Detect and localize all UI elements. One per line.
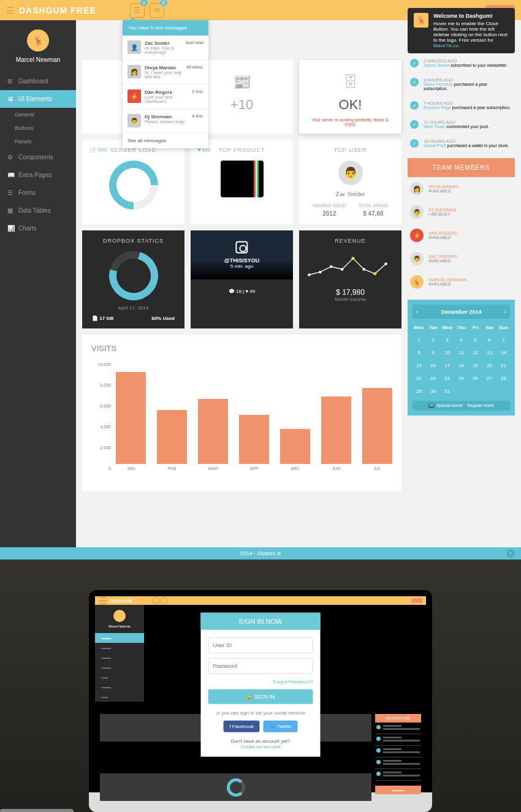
legend-regular: Regular event [467,403,494,408]
calendar-day[interactable]: 17 [441,360,454,371]
nav-panels[interactable]: Panels [0,135,76,148]
team-member[interactable]: 👩DIVYA MANIANAVAILABLE [408,177,515,200]
calendar-day[interactable]: 12 [469,347,482,359]
top-user-card: TOP USER 👨 Zac Snider MEMBER SINCE2012 T… [299,140,401,224]
team-member[interactable]: 👨DJ SHERMANI AM BUSY [408,200,515,224]
calendar-day[interactable]: 25 [455,373,468,384]
calendar-day[interactable]: 23 [427,373,439,384]
visits-bar [198,399,228,464]
calendar-next[interactable]: › [504,308,506,315]
calendar-day[interactable]: 31 [441,385,454,397]
svg-point-4 [351,257,354,260]
server-card: 🗄 OK! Your server is working perfectly. … [299,60,401,134]
create-account-link[interactable]: Create an account [208,744,313,749]
signin-button[interactable]: 🔒 SIGN IN [208,689,313,704]
calendar-day[interactable]: 19 [469,360,482,371]
calendar-day[interactable]: 7 [497,334,510,346]
calendar-day[interactable]: 3 [441,334,454,346]
nav-dashboard[interactable]: ⊞Dashboard [0,72,76,90]
calendar-day[interactable]: 18 [455,360,468,371]
calendar-prev[interactable]: ‹ [416,308,418,315]
facebook-button[interactable]: f Facebook [223,721,260,732]
notification-item[interactable]: ✓3 HOURS AGODiana Kennedy purchased a ye… [408,73,515,96]
tasks-badge: 4 [140,0,148,6]
calendar-day[interactable]: 2 [427,334,439,346]
message-item[interactable]: 👩 Divya ManianHi, I need your help with … [123,60,208,85]
message-item[interactable]: ⚡ Dan RogersLove your new Dashboard. 2 h… [123,85,208,109]
calendar-day[interactable]: 28 [497,373,510,384]
visits-chart-card: VISITS 10.0008.0006.0004.0002.0000 JANFE… [82,335,401,491]
calendar-day[interactable]: 21 [497,360,510,371]
calendar-day[interactable]: 15 [413,360,425,371]
nav-forms[interactable]: ☰Forms [0,184,76,202]
calendar-day[interactable]: 11 [455,347,468,359]
message-avatar: 👤 [127,40,141,54]
calendar-day[interactable]: 30 [427,385,439,397]
calendar-day[interactable]: 24 [441,373,454,384]
calendar-day[interactable]: 4 [455,334,468,346]
nav-buttons[interactable]: Buttons [0,121,76,135]
team-member[interactable]: 🦌Marcel NewmanAVAILABLE [408,270,515,294]
menu-toggle-icon[interactable]: ☰ [6,6,14,15]
messages-badge: 5 [160,0,167,6]
notification-item[interactable]: ✓7 HOURS AGOBrandon Page purchased a yea… [408,96,515,115]
nav-components[interactable]: ⚙Components [0,148,76,166]
instagram-icon [235,241,248,254]
svg-point-7 [384,262,387,265]
chart-icon: 📊 [7,225,13,232]
check-icon: ✓ [410,101,419,110]
calendar-day[interactable]: 16 [427,360,439,371]
legend-special: 00Special event [428,403,462,408]
check-icon: ✓ [410,78,419,86]
user-id-input[interactable] [208,637,313,653]
calendar-day[interactable]: 8 [413,347,425,359]
team-member[interactable]: ⚡DAN ROGERSAVAILABLE [408,224,515,247]
message-avatar: 👩 [127,65,141,78]
table-icon: ▦ [7,207,13,214]
twitter-button[interactable]: 🐦 Twitter [264,721,298,732]
notification-item[interactable]: ✓2 MINUTES AGOJames Brown subscribed to … [408,54,515,73]
calendar-day[interactable]: 27 [483,373,496,384]
deer-icon: 🦌 [414,13,428,28]
message-item[interactable]: 👨 Dj ShermanPlease, answer asap. 4 hrs. [123,109,208,133]
calendar-day[interactable]: 10 [441,347,454,359]
calendar-day[interactable]: 6 [483,334,496,346]
nav-ui-elements[interactable]: 🖥UI Elements [0,90,76,108]
calendar-widget: ‹ December 2014 › MonTueWedThuFriSatSun1… [408,300,515,415]
nav-data-tables[interactable]: ▦Data Tables [0,202,76,219]
tooltip-link[interactable]: BlackTie.co [433,43,458,48]
nav-extra-pages[interactable]: 📖Extra Pages [0,166,76,184]
team-members-list: 👩DIVYA MANIANAVAILABLE👨DJ SHERMANI AM BU… [408,177,515,294]
calendar-day[interactable]: 14 [497,347,510,359]
calendar-day[interactable]: 5 [469,334,482,346]
calendar-day[interactable]: 26 [469,373,482,384]
notification-item[interactable]: ✓18 HOURS AGODaniel Pratt purchased a wa… [408,134,515,153]
scroll-top-button[interactable]: ^ [506,549,515,558]
login-card: SIGN IN NOW Forgot Password? 🔒 SIGN IN o… [201,613,321,757]
calendar-day[interactable]: 9 [427,347,439,359]
calendar-day[interactable]: 22 [413,373,425,384]
message-item[interactable]: 👤 Zac SniderHi mate, how is everything? … [123,36,208,60]
tasks-icon[interactable]: ☰4 [130,3,145,18]
server-load-pct: 📄 70% [89,147,107,153]
calendar-day[interactable]: 29 [413,385,425,397]
svg-point-1 [319,271,321,273]
footer: 2014 - Alvarez.is ^ [0,547,521,560]
calendar-day[interactable]: 13 [483,347,496,359]
forgot-password-link[interactable]: Forgot Password? [208,679,313,685]
camera-decoration [0,809,74,812]
nav-charts[interactable]: 📊Charts [0,219,76,237]
profile-name: Marcel Newman [0,56,76,63]
calendar-day[interactable]: 1 [413,334,425,346]
nav-general[interactable]: General [0,108,76,121]
password-input[interactable] [208,658,313,674]
messages-icon[interactable]: ✉5 [150,3,164,18]
message-avatar: 👨 [127,114,141,127]
notification-item[interactable]: ✓11 HOURS AGOMark Twain commented your p… [408,115,515,134]
calendar-day[interactable]: 20 [483,360,496,371]
team-member[interactable]: 👨Zac SnidersAVAILABLE [408,247,515,270]
instagram-photo: @THISISYOU 5 min. ago [191,230,293,279]
visits-bar [116,372,146,464]
see-all-messages[interactable]: See all messages [123,133,208,148]
profile-avatar[interactable]: 🦌 [27,29,49,51]
